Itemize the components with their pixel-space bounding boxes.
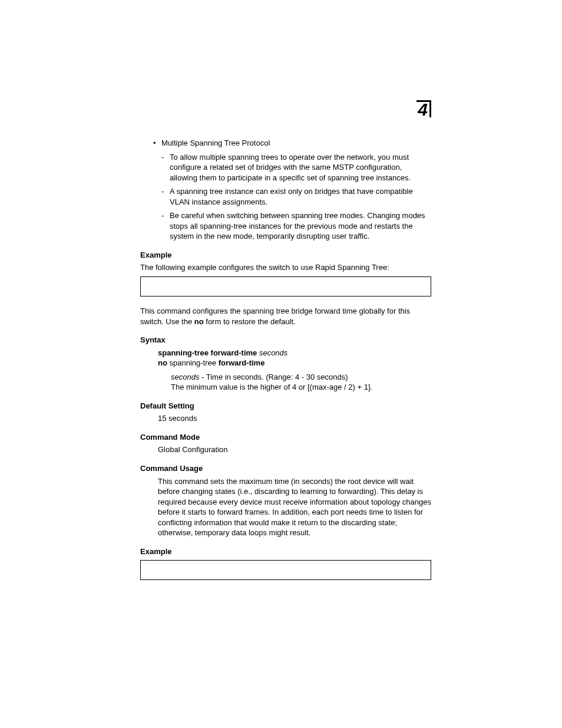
code-example-box-2 bbox=[140, 560, 431, 580]
syntax-block: spanning-tree forward-time seconds no sp… bbox=[158, 348, 431, 368]
bullet-item: • Multiple Spanning Tree Protocol bbox=[153, 138, 431, 149]
sub-item: - A spanning tree instance can exist onl… bbox=[161, 186, 431, 207]
example-heading: Example bbox=[140, 250, 431, 261]
example-description: The following example configures the swi… bbox=[140, 262, 431, 273]
sub-text: To allow multiple spanning trees to oper… bbox=[170, 152, 431, 183]
page-content: 4 • Multiple Spanning Tree Protocol - To… bbox=[140, 112, 431, 580]
code-example-box bbox=[140, 276, 431, 297]
sub-item: - Be careful when switching between span… bbox=[161, 210, 431, 242]
param-line: The minimum value is the higher of 4 or … bbox=[171, 382, 431, 393]
param-text: - Time in seconds. (Range: 4 - 30 second… bbox=[199, 373, 348, 381]
dash-marker: - bbox=[161, 186, 170, 207]
no-keyword: no bbox=[194, 317, 204, 326]
syntax-line: spanning-tree forward-time seconds bbox=[158, 348, 431, 358]
chapter-number: 4 bbox=[416, 100, 431, 117]
syntax-keyword: forward-time bbox=[219, 358, 265, 367]
param-line: seconds - Time in seconds. (Range: 4 - 3… bbox=[171, 372, 431, 383]
dash-marker: - bbox=[161, 210, 170, 242]
param-name: seconds bbox=[171, 373, 199, 381]
bullet-list: • Multiple Spanning Tree Protocol - To a… bbox=[153, 138, 431, 242]
dash-marker: - bbox=[161, 152, 170, 183]
syntax-param: seconds bbox=[257, 348, 287, 357]
param-description: seconds - Time in seconds. (Range: 4 - 3… bbox=[171, 372, 431, 393]
syntax-no: no bbox=[158, 358, 167, 367]
sub-list: - To allow multiple spanning trees to op… bbox=[161, 152, 431, 242]
syntax-heading: Syntax bbox=[140, 335, 431, 345]
command-usage-text: This command sets the maximum time (in s… bbox=[158, 476, 431, 538]
command-mode-heading: Command Mode bbox=[140, 432, 431, 443]
default-setting-value: 15 seconds bbox=[158, 413, 431, 424]
command-usage-heading: Command Usage bbox=[140, 463, 431, 474]
syntax-line: no spanning-tree forward-time bbox=[158, 358, 431, 368]
bullet-text: Multiple Spanning Tree Protocol bbox=[161, 138, 431, 149]
example-heading-2: Example bbox=[140, 546, 431, 557]
syntax-plain: spanning-tree bbox=[167, 358, 219, 367]
syntax-command: spanning-tree forward-time bbox=[158, 348, 257, 357]
bullet-marker: • bbox=[153, 138, 161, 149]
command-description: This command configures the spanning tre… bbox=[140, 306, 431, 327]
sub-item: - To allow multiple spanning trees to op… bbox=[161, 152, 431, 183]
text-fragment: form to restore the default. bbox=[204, 317, 296, 326]
sub-text: Be careful when switching between spanni… bbox=[170, 210, 431, 242]
default-setting-heading: Default Setting bbox=[140, 401, 431, 411]
sub-text: A spanning tree instance can exist only … bbox=[170, 186, 431, 207]
command-mode-value: Global Configuration bbox=[158, 444, 431, 455]
